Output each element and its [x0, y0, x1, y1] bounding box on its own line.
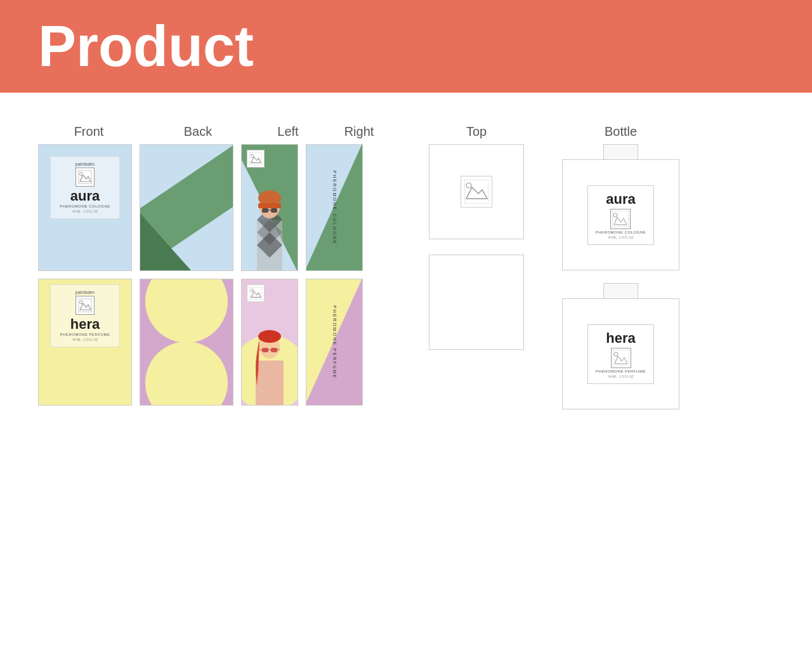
- hera-bottle-container: hera PHEROMONE PERFUME 44 ML · 1.5 FL OZ: [562, 283, 679, 409]
- aura-left-badge: [247, 150, 265, 168]
- hera-left-card: [241, 279, 298, 406]
- aura-bottle-container: aura PHEROMONE COLOGNE 44 ML · 1.5 FL OZ: [562, 144, 679, 270]
- aura-cards-row: palmbalm aura PHEROMONE COLOGNE 44 ML ·: [38, 144, 391, 271]
- aura-bottle-size: 44 ML · 1.5 FL OZ: [596, 235, 646, 239]
- svg-rect-10: [271, 208, 277, 213]
- main-content: Front Back Left Right palmbalm: [0, 112, 812, 435]
- top-section: Top: [429, 124, 524, 357]
- bottle-label: Bottle: [605, 124, 637, 139]
- aura-sub: PHEROMONE COLOGNE: [56, 204, 114, 208]
- hera-left-badge: [247, 284, 265, 302]
- aura-front-card: palmbalm aura PHEROMONE COLOGNE 44 ML ·: [38, 144, 132, 271]
- hera-size: 44 ML · 1.5 FL OZ: [56, 338, 114, 342]
- svg-rect-8: [258, 203, 281, 208]
- hera-bottle-cap: [603, 283, 638, 298]
- aura-bottle-name: aura: [596, 191, 646, 208]
- aura-brand: palmbalm: [56, 162, 114, 166]
- svg-rect-21: [271, 348, 277, 352]
- aura-bottle-body: aura PHEROMONE COLOGNE 44 ML · 1.5 FL OZ: [562, 159, 679, 270]
- hera-left-figure: [244, 303, 295, 405]
- hera-name: hera: [56, 317, 114, 331]
- page-header: Product: [0, 0, 812, 93]
- hera-bottle-icon: [611, 348, 631, 368]
- hera-bottle-size: 44 ML · 1.5 FL OZ: [596, 375, 646, 378]
- hera-front-card: palmbalm hera PHEROMONE PERFUME 44 ML ·: [38, 279, 132, 406]
- aura-right-card: PHEROMONE COLOGNE: [306, 144, 363, 271]
- label-front: Front: [38, 124, 140, 139]
- page-title: Product: [38, 18, 774, 75]
- view-labels-row: Front Back Left Right: [38, 124, 391, 139]
- aura-name: aura: [56, 189, 114, 203]
- hera-bottle-name: hera: [596, 330, 646, 347]
- aura-bottle-label: aura PHEROMONE COLOGNE 44 ML · 1.5 FL OZ: [587, 185, 655, 245]
- aura-left-card: [241, 144, 298, 271]
- aura-left-figure: [244, 169, 295, 270]
- hera-sub: PHEROMONE PERFUME: [56, 333, 114, 336]
- hera-right-text: PHEROMONE PERFUME: [332, 305, 337, 379]
- hera-back-card: [140, 279, 233, 406]
- hera-cards-row: palmbalm hera PHEROMONE PERFUME 44 ML ·: [38, 279, 391, 406]
- hera-brand: palmbalm: [56, 290, 114, 295]
- aura-bottle-icon: [610, 209, 631, 229]
- hera-bottle-sub: PHEROMONE PERFUME: [596, 369, 646, 373]
- label-back: Back: [147, 124, 249, 139]
- svg-rect-9: [262, 208, 268, 213]
- aura-back-card: [140, 144, 233, 271]
- aura-bottle-cap: [603, 144, 638, 159]
- aura-right-text: PHEROMONE COLOGNE: [332, 171, 337, 245]
- label-right: Right: [327, 124, 391, 139]
- top-label: Top: [466, 124, 487, 139]
- hera-bottle-body: hera PHEROMONE PERFUME 44 ML · 1.5 FL OZ: [562, 298, 679, 409]
- hera-bottle-label: hera PHEROMONE PERFUME 44 ML · 1.5 FL OZ: [587, 324, 654, 384]
- aura-logo-icon: [75, 168, 95, 187]
- product-cards-section: Front Back Left Right palmbalm: [38, 124, 391, 413]
- aura-front-label: palmbalm aura PHEROMONE COLOGNE 44 ML ·: [50, 156, 120, 219]
- hera-front-label: palmbalm hera PHEROMONE PERFUME 44 ML ·: [50, 284, 120, 347]
- top-card-aura: [429, 144, 524, 239]
- aura-size: 44 ML · 1.5 FL OZ: [56, 209, 114, 213]
- hera-logo-icon: [75, 296, 95, 315]
- bottle-section: Bottle aura: [562, 124, 679, 422]
- svg-rect-20: [262, 348, 268, 352]
- top-card-hera: [429, 255, 524, 350]
- svg-point-19: [258, 330, 281, 343]
- aura-bottle-sub: PHEROMONE COLOGNE: [596, 230, 646, 234]
- hera-right-card: PHEROMONE PERFUME: [306, 279, 363, 406]
- label-left: Left: [256, 124, 320, 139]
